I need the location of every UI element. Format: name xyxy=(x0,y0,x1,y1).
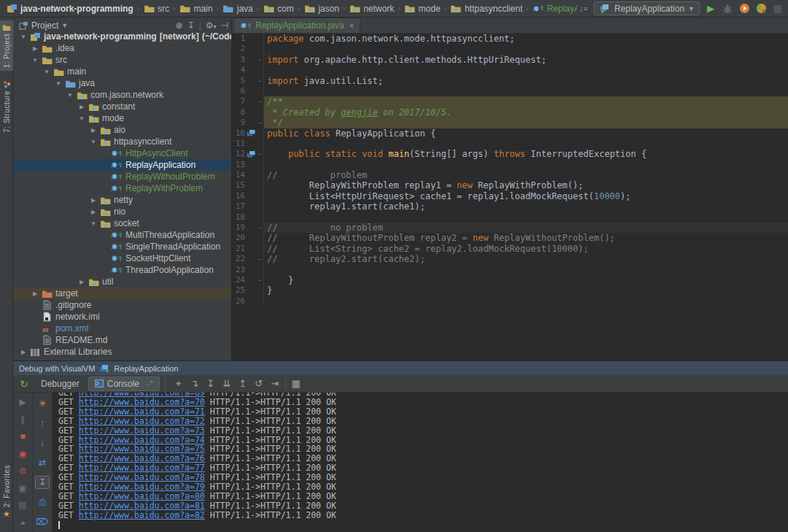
code-line[interactable]: 5−import java.util.List; xyxy=(232,76,788,86)
chevron-down-icon[interactable]: ▼ xyxy=(88,220,99,227)
tree-item[interactable]: CSocketHttpClient xyxy=(13,252,231,264)
request-url-link[interactable]: http://www.baidu.com?a=72 xyxy=(79,416,205,426)
tree-item[interactable]: ▼java-network-programming[network](~/Cod… xyxy=(13,31,231,42)
code-line[interactable]: 12− public static void main(String[] arg… xyxy=(232,149,788,159)
code-line[interactable]: 16 List<HttpUriRequest> cache1 = replay1… xyxy=(232,191,788,201)
tree-item[interactable]: CSingleThreadApplication xyxy=(13,241,231,252)
code-line[interactable]: 13 xyxy=(232,160,788,170)
code-line[interactable]: 24− } xyxy=(232,275,788,285)
step-into-icon[interactable]: ↧ xyxy=(203,378,219,389)
code-line[interactable]: 10public class ReplayApplication { xyxy=(232,128,788,139)
clear-all-icon[interactable]: ⌦ xyxy=(35,515,50,528)
request-url-link[interactable]: http://www.baidu.com?a=77 xyxy=(79,463,205,473)
request-url-link[interactable]: http://www.baidu.com?a=80 xyxy=(79,491,205,501)
request-url-link[interactable]: http://www.baidu.com?a=81 xyxy=(79,501,205,511)
chevron-right-icon[interactable]: ▶ xyxy=(76,279,88,285)
request-url-link[interactable]: http://www.baidu.com?a=75 xyxy=(79,444,205,454)
fold-marker-icon[interactable]: − xyxy=(257,254,264,264)
chevron-down-icon[interactable]: ▼ xyxy=(41,69,53,75)
tree-item[interactable]: mpom.xml xyxy=(13,323,231,334)
down-stack-icon[interactable]: ↓ xyxy=(35,436,50,450)
tree-item[interactable]: ▶nio xyxy=(13,206,231,217)
breadcrumb-item[interactable]: com xyxy=(261,3,296,15)
tree-item[interactable]: ▼src xyxy=(13,54,231,66)
code-line[interactable]: 9− */ xyxy=(232,117,788,128)
code-line[interactable]: 15 ReplayWithProblem replay1 = new Repla… xyxy=(232,180,788,190)
gutter-frames-icon[interactable] xyxy=(245,128,257,139)
request-url-link[interactable]: http://www.baidu.com?a=73 xyxy=(79,425,205,436)
console-output[interactable]: GET http://www.baidu.com?a=69 HTTP/1.1->… xyxy=(53,393,788,532)
breadcrumb-item[interactable]: CReplayApplication xyxy=(531,3,577,15)
gutter-frames-icon[interactable] xyxy=(245,149,257,159)
tree-item[interactable]: network.iml xyxy=(13,311,231,323)
tree-item[interactable]: ▼httpasyncclient xyxy=(13,136,231,147)
settings-icon[interactable]: ⚙▾ xyxy=(206,20,217,31)
more-actions-icon[interactable]: » xyxy=(15,517,30,528)
tree-item[interactable]: CThreadPoolApplication xyxy=(13,264,231,276)
request-url-link[interactable]: http://www.baidu.com?a=70 xyxy=(79,397,205,407)
breadcrumb-item[interactable]: java xyxy=(221,3,255,15)
fold-marker-icon[interactable]: − xyxy=(257,117,264,128)
chevron-down-icon[interactable]: ▼ xyxy=(76,115,88,122)
step-out-icon[interactable]: ↥ xyxy=(235,378,251,389)
tab-debugger[interactable]: Debugger xyxy=(35,377,85,390)
code-line[interactable]: 1package com.jason.network.mode.httpasyn… xyxy=(232,34,788,44)
fold-marker-icon[interactable]: − xyxy=(257,55,264,65)
code-line[interactable]: 23 xyxy=(232,265,788,275)
coverage-icon[interactable] xyxy=(738,3,750,15)
request-url-link[interactable]: http://www.baidu.com?a=78 xyxy=(79,472,205,482)
locate-icon[interactable]: ⊗ xyxy=(176,20,183,31)
soft-wrap-icon[interactable]: ⇄ xyxy=(35,456,50,469)
chevron-right-icon[interactable]: ▶ xyxy=(76,104,88,110)
tree-item[interactable]: CHttpAsyncClient xyxy=(13,147,231,159)
chevron-right-icon[interactable]: ▶ xyxy=(88,127,99,134)
visualvm-snapshot-icon[interactable]: ✳ xyxy=(35,397,50,410)
code-line[interactable]: 26 xyxy=(232,296,788,307)
drop-frame-icon[interactable]: ↺ xyxy=(251,378,267,389)
tree-item[interactable]: ▶util xyxy=(13,276,231,288)
run-to-cursor-icon[interactable]: ⇥ xyxy=(267,378,283,389)
code-line[interactable]: 19−// no problem xyxy=(232,223,788,233)
tree-item[interactable]: ▼com.jason.network xyxy=(13,89,231,101)
breadcrumb-item[interactable]: java-network-programming xyxy=(4,3,135,15)
stripe-favorites-button[interactable]: 2: Favorites ★ xyxy=(0,465,13,519)
thread-dump-icon[interactable]: ▣ xyxy=(15,483,30,494)
tree-item[interactable]: ▶.idea xyxy=(13,42,231,54)
fold-marker-icon[interactable]: − xyxy=(257,223,264,233)
tree-item[interactable]: CReplayApplication xyxy=(13,159,231,171)
request-url-link[interactable]: http://www.baidu.com?a=76 xyxy=(79,453,205,463)
code-line[interactable]: 20// ReplayWithoutProblem replay2 = new … xyxy=(232,233,788,243)
resume-icon[interactable]: ▶ xyxy=(15,397,30,408)
code-line[interactable]: 4 xyxy=(232,65,788,75)
tree-item[interactable]: CMultiThreadApplication xyxy=(13,229,231,241)
collapse-all-icon[interactable]: ↧ xyxy=(188,20,195,31)
tree-item[interactable]: ▶External Libraries xyxy=(13,346,231,358)
chevron-down-icon[interactable]: ▼ xyxy=(88,139,99,145)
debug-icon[interactable] xyxy=(722,3,733,15)
tab-console[interactable]: Console →* xyxy=(88,377,160,391)
print-icon[interactable]: ⎙ xyxy=(35,496,50,509)
code-line[interactable]: 8 * Created by gengjie on 2017/10/5. xyxy=(232,107,788,117)
tab-replayapplication-java[interactable]: C ReplayApplication.java × xyxy=(233,18,360,33)
tree-item[interactable]: ▼mode xyxy=(13,112,231,124)
breadcrumb-item[interactable]: mode xyxy=(403,3,442,15)
code-editor[interactable]: 1package com.jason.network.mode.httpasyn… xyxy=(232,34,788,361)
chevron-down-icon[interactable]: ▼ xyxy=(64,92,76,99)
tree-item[interactable]: ▼main xyxy=(13,66,231,77)
tree-item[interactable]: .gitignore xyxy=(13,299,231,311)
mute-breakpoints-icon[interactable]: ⊘ xyxy=(15,466,30,477)
close-icon[interactable]: × xyxy=(347,21,353,30)
code-line[interactable]: 17 replay1.start(cache1); xyxy=(232,201,788,212)
breadcrumb-item[interactable]: main xyxy=(177,3,214,15)
up-stack-icon[interactable]: ↑ xyxy=(35,417,50,430)
run-configuration-select[interactable]: ReplayApplication ▼ xyxy=(594,1,700,15)
code-line[interactable]: 14// problem xyxy=(232,170,788,180)
rerun-icon[interactable]: ↻ xyxy=(16,378,32,390)
code-line[interactable]: 3−import org.apache.http.client.methods.… xyxy=(232,55,788,65)
chevron-right-icon[interactable]: ▶ xyxy=(29,45,41,52)
breadcrumb-item[interactable]: network xyxy=(347,3,395,15)
chevron-down-icon[interactable]: ▼ xyxy=(61,22,68,29)
chevron-right-icon[interactable]: ▶ xyxy=(88,209,99,215)
tree-item[interactable]: ▶netty xyxy=(13,194,231,206)
fold-marker-icon[interactable]: − xyxy=(257,149,264,159)
